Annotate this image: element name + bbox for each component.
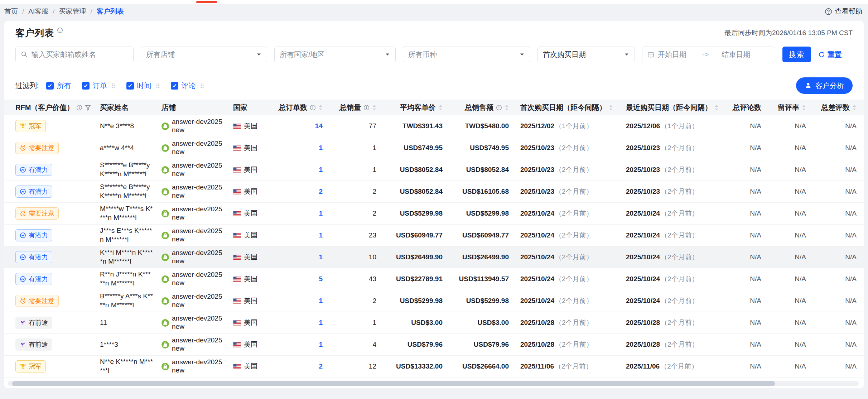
- column-header[interactable]: 总评论数: [718, 100, 768, 115]
- orders-link[interactable]: 1: [319, 144, 323, 152]
- column-filter-option[interactable]: 评论: [171, 81, 204, 91]
- orders-link[interactable]: 5: [319, 275, 323, 283]
- orders-link[interactable]: 1: [319, 253, 323, 261]
- date-end-placeholder[interactable]: 结束日期: [722, 50, 750, 59]
- date-type-select[interactable]: 首次购买日期: [537, 47, 635, 62]
- reset-button[interactable]: 重置: [818, 50, 842, 59]
- orders-link[interactable]: 14: [315, 122, 323, 130]
- alarm-icon: [20, 145, 26, 151]
- orders-link[interactable]: 2: [319, 188, 323, 195]
- sort-icon[interactable]: [372, 104, 376, 111]
- table-row[interactable]: 需要注意B******y A***s K****n M******lanswer…: [4, 290, 864, 312]
- checkbox-checked[interactable]: [46, 82, 54, 90]
- search-button[interactable]: 搜索: [782, 47, 811, 62]
- drag-handle-icon[interactable]: [155, 83, 160, 89]
- store-cell: answer-dev2025new: [157, 115, 229, 137]
- help-link[interactable]: 查看帮助: [825, 7, 862, 16]
- orders-link[interactable]: 2: [319, 362, 323, 370]
- column-filter-option[interactable]: 时间: [126, 81, 160, 91]
- breadcrumb-item[interactable]: AI客服: [28, 7, 48, 16]
- filter-icon[interactable]: [85, 105, 91, 111]
- drag-handle-icon[interactable]: [111, 83, 116, 89]
- column-header[interactable]: 买家姓名: [96, 100, 157, 115]
- sort-icon[interactable]: [802, 104, 806, 111]
- orders-link[interactable]: 1: [319, 210, 323, 217]
- badge-label: 有潜力: [29, 187, 48, 196]
- column-header[interactable]: 平均客单价: [384, 100, 450, 115]
- shop-filter-select[interactable]: 所有店铺: [141, 47, 267, 62]
- orders-link[interactable]: 1: [319, 297, 323, 304]
- orders-link[interactable]: 1: [319, 231, 323, 239]
- currency-filter-select[interactable]: 所有币种: [403, 47, 530, 62]
- column-header[interactable]: 总差评数: [813, 100, 864, 115]
- calendar-icon: [647, 51, 654, 58]
- customer-analysis-button[interactable]: 客户分析: [796, 77, 853, 94]
- drag-handle-icon[interactable]: [200, 83, 204, 89]
- column-header[interactable]: 最近购买日期（距今间隔）: [622, 100, 718, 115]
- first-purchase-cell: 2025/10/24（2个月前）: [516, 225, 622, 246]
- country-cell: 美国: [229, 137, 273, 159]
- sort-icon[interactable]: [714, 104, 719, 111]
- store-cell: answer-dev2025new: [157, 268, 229, 290]
- sort-icon[interactable]: [505, 104, 509, 111]
- search-box[interactable]: [15, 47, 134, 62]
- info-icon[interactable]: [76, 105, 82, 111]
- info-icon[interactable]: [363, 105, 370, 111]
- table-row[interactable]: 有潜力S*******e B*****y K*****n M******lans…: [4, 181, 864, 203]
- checkbox-checked[interactable]: [82, 82, 90, 90]
- sort-icon[interactable]: [318, 104, 323, 111]
- info-icon[interactable]: [57, 27, 63, 33]
- table-row[interactable]: 有前途11answer-dev2025new美国11USD$3.00USD$3.…: [4, 312, 864, 334]
- bad-reviews-cell: N/A: [813, 334, 864, 356]
- orders-link[interactable]: 1: [319, 319, 323, 326]
- table-row[interactable]: 有潜力R**n J*****n K*****n M******lanswer-d…: [4, 268, 864, 290]
- bad-reviews-cell: N/A: [813, 181, 864, 203]
- orders-link[interactable]: 1: [319, 341, 323, 348]
- buyer-name-cell: B******y A***s K****n M******l: [96, 290, 157, 312]
- column-header[interactable]: 店铺: [157, 100, 229, 115]
- breadcrumb-item[interactable]: 买家管理: [59, 7, 86, 16]
- trophy-icon: [20, 123, 26, 129]
- column-header[interactable]: 总销量: [330, 100, 384, 115]
- growth-icon: [20, 276, 26, 282]
- table-row[interactable]: 有潜力K***i M****n K*****n M******lanswer-d…: [4, 246, 864, 268]
- table-row[interactable]: 有前途1****3answer-dev2025new美国14USD$79.96U…: [4, 334, 864, 356]
- table-row[interactable]: 有潜力J***s E***s K*****n M******lanswer-de…: [4, 225, 864, 246]
- rfm-cell: 冠军: [4, 356, 96, 378]
- date-start-placeholder[interactable]: 开始日期: [658, 50, 686, 59]
- country-filter-select[interactable]: 所有国家/地区: [274, 47, 396, 62]
- table-row[interactable]: 冠军N**e K*****n M******lanswer-dev2025new…: [4, 356, 864, 378]
- breadcrumb-separator: /: [22, 8, 24, 15]
- column-filter-option[interactable]: 订单: [82, 81, 116, 91]
- orders-cell: 1: [273, 312, 330, 334]
- column-header[interactable]: 总订单数: [273, 100, 330, 115]
- column-header[interactable]: 总销售额: [450, 100, 516, 115]
- checkbox-checked[interactable]: [126, 82, 134, 90]
- column-header[interactable]: 留评率: [768, 100, 813, 115]
- sort-icon[interactable]: [609, 104, 613, 111]
- column-filter-option[interactable]: 所有: [46, 81, 71, 91]
- sort-icon[interactable]: [852, 104, 857, 111]
- table-row[interactable]: 冠军N**e 3****8answer-dev2025new美国1477TWD$…: [4, 115, 864, 137]
- date-range-picker[interactable]: 开始日期 -> 结束日期: [642, 47, 775, 62]
- orders-link[interactable]: 1: [319, 166, 323, 173]
- table-row[interactable]: 需要注意M*****w T****s K****n M******lanswer…: [4, 203, 864, 225]
- info-icon[interactable]: [310, 105, 316, 111]
- bad-reviews-cell: N/A: [813, 137, 864, 159]
- column-header[interactable]: 国家: [229, 100, 273, 115]
- column-header[interactable]: RFM（客户价值）: [4, 100, 96, 115]
- info-icon[interactable]: [496, 105, 502, 111]
- sales-cell: 12: [330, 356, 384, 378]
- review-rate-cell: N/A: [768, 159, 813, 181]
- avg-order-value-cell: USD$8052.84: [384, 159, 450, 181]
- reviews-cell: N/A: [718, 225, 768, 246]
- table-row[interactable]: 有潜力S*******e B*****y K*****n M******lans…: [4, 159, 864, 181]
- sort-icon[interactable]: [438, 104, 443, 111]
- column-header[interactable]: 首次购买日期（距今间隔）: [516, 100, 622, 115]
- table-row[interactable]: 需要注意a****w 4**4answer-dev2025new美国11USD$…: [4, 137, 864, 159]
- scrollbar-thumb[interactable]: [12, 381, 775, 386]
- checkbox-checked[interactable]: [171, 82, 178, 90]
- search-input[interactable]: [32, 51, 128, 59]
- breadcrumb-item[interactable]: 首页: [4, 7, 18, 16]
- breadcrumb-item[interactable]: 客户列表: [97, 7, 124, 16]
